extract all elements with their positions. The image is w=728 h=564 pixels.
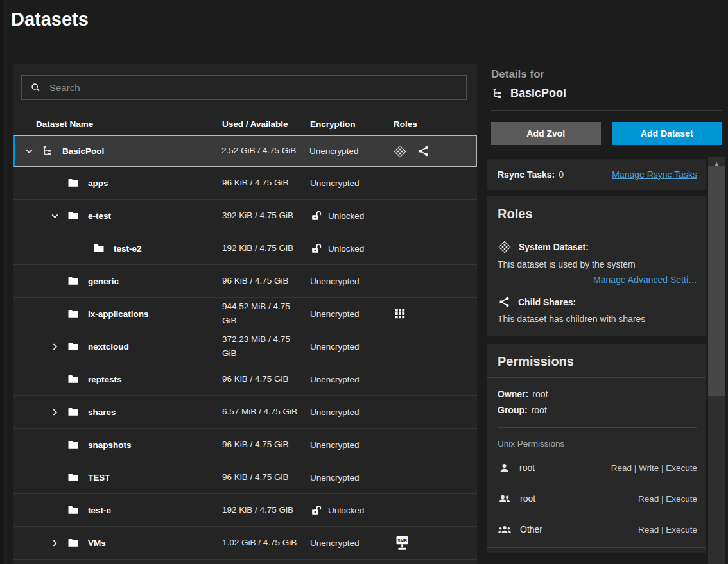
used-available: 96 KiB / 4.75 GiB	[222, 372, 310, 386]
roles-title: Roles	[498, 207, 697, 221]
folder-icon	[67, 373, 82, 386]
used-available: 1.02 GiB / 4.75 GiB	[222, 536, 310, 550]
details-scrollbar[interactable]: ▲	[708, 157, 725, 564]
column-roles: Roles	[394, 119, 467, 129]
encryption-status: Unencrypted	[310, 440, 394, 450]
dataset-name: ix-applications	[88, 309, 149, 319]
share-icon	[417, 144, 430, 158]
dataset-row[interactable]: generic96 KiB / 4.75 GiBUnencrypted	[13, 265, 477, 298]
roles-cell	[394, 307, 467, 320]
dataset-name: apps	[88, 178, 108, 188]
role-item-child-shares: Child Shares:	[498, 295, 697, 309]
dataset-row[interactable]: e-test392 KiB / 4.75 GiBUnlocked	[13, 200, 477, 232]
folder-icon	[67, 406, 82, 418]
folder-icon	[67, 536, 82, 549]
used-available: 96 KiB / 4.75 GiB	[222, 176, 310, 190]
encryption-status: Unencrypted	[310, 407, 394, 417]
folder-icon	[67, 209, 82, 222]
chevron-down-icon[interactable]	[23, 145, 35, 157]
used-available: 944.52 MiB / 4.75 GiB	[222, 300, 310, 329]
roles-divider	[487, 230, 706, 230]
dataset-row[interactable]: nextcloud372.23 MiB / 4.75 GiBUnencrypte…	[13, 330, 477, 363]
encryption-status: Unencrypted	[310, 473, 394, 483]
folder-icon	[67, 504, 82, 517]
used-available: 372.23 MiB / 4.75 GiB	[222, 332, 310, 361]
apps-icon	[394, 307, 406, 320]
dataset-name: reptests	[88, 375, 122, 384]
owner-label: Owner:	[498, 389, 528, 399]
chevron-right-icon[interactable]	[49, 537, 61, 549]
encryption-status: Unlocked	[310, 242, 394, 255]
encryption-status: Unlocked	[310, 209, 394, 223]
dataset-row[interactable]: VMs1.02 GiB / 4.75 GiBUnencryptedSMB	[13, 527, 477, 560]
details-header-divider	[491, 110, 722, 111]
used-available: 392 KiB / 4.75 GiB	[222, 209, 310, 223]
chevron-right-icon[interactable]	[49, 406, 61, 418]
manage-advanced-settings-link[interactable]: Manage Advanced Setti…	[593, 275, 697, 285]
permission-name: root	[519, 463, 535, 473]
roles-cell	[393, 144, 466, 158]
scrollbar-up-arrow[interactable]: ▲	[708, 157, 725, 166]
dataset-name: nextcloud	[88, 342, 129, 352]
dataset-icon	[491, 87, 505, 100]
scrollbar-thumb[interactable]	[708, 166, 725, 396]
chevron-right-icon[interactable]	[49, 341, 61, 353]
manage-rsync-tasks-link[interactable]: Manage Rsync Tasks	[612, 169, 697, 180]
permissions-divider	[487, 377, 706, 378]
add-dataset-button[interactable]: Add Dataset	[612, 122, 722, 145]
owner-row: Owner:root	[498, 389, 697, 399]
dataset-row[interactable]: test-e2192 KiB / 4.75 GiBUnlocked	[13, 232, 477, 265]
dataset-row[interactable]: test-e192 KiB / 4.75 GiBUnlocked	[13, 494, 477, 527]
unix-permission-entry: rootRead | Write | Execute	[498, 452, 697, 483]
unix-permissions-list: rootRead | Write | ExecuterootRead | Exe…	[498, 452, 697, 545]
datasets-page: Datasets Dataset Name Used / Available E…	[0, 0, 728, 564]
people-icon	[498, 491, 512, 506]
details-scroll-area: Rsync Tasks:0 Manage Rsync Tasks Roles S…	[487, 157, 706, 564]
chevron-down-icon[interactable]	[49, 210, 61, 222]
dataset-row[interactable]: apps96 KiB / 4.75 GiBUnencrypted	[13, 167, 477, 200]
dataset-row[interactable]: BasicPool2.52 GiB / 4.75 GiBUnencrypted	[13, 135, 477, 167]
dataset-row[interactable]: reptests96 KiB / 4.75 GiBUnencrypted	[13, 363, 477, 396]
permissions-card: Permissions Owner:root Group:root Unix P…	[487, 344, 706, 553]
column-used-available: Used / Available	[222, 119, 310, 129]
details-eyebrow: Details for	[491, 68, 722, 81]
dataset-name: BasicPool	[62, 146, 104, 156]
used-available: 96 KiB / 4.75 GiB	[222, 274, 310, 288]
table-header-row: Dataset Name Used / Available Encryption…	[13, 112, 477, 135]
dataset-row[interactable]: TEST96 KiB / 4.75 GiBUnencrypted	[13, 461, 477, 494]
used-available: 192 KiB / 4.75 GiB	[222, 503, 310, 517]
used-available: 192 KiB / 4.75 GiB	[222, 241, 310, 255]
role-item-system-dataset: System Dataset:	[498, 240, 697, 254]
folder-icon	[67, 176, 82, 189]
group-value: root	[532, 405, 547, 415]
details-dataset-name-row: BasicPool	[491, 87, 722, 100]
encryption-status: Unencrypted	[310, 277, 394, 286]
folder-icon	[67, 438, 82, 451]
system-dataset-icon	[393, 144, 407, 158]
used-available: 2.52 GiB / 4.75 GiB	[221, 144, 309, 158]
role-description: This dataset is used by the system	[498, 259, 697, 269]
dataset-name: e-test	[88, 211, 111, 221]
folder-icon	[67, 275, 82, 287]
permissions-title: Permissions	[498, 354, 697, 369]
lock-open-icon	[310, 242, 324, 255]
dataset-row[interactable]: snapshots96 KiB / 4.75 GiBUnencrypted	[13, 429, 477, 461]
dataset-name: TEST	[88, 473, 110, 483]
search-input[interactable]	[49, 82, 458, 93]
roles-cell: SMB	[394, 534, 467, 552]
rsync-tasks-card: Rsync Tasks:0 Manage Rsync Tasks	[487, 159, 706, 190]
groups-icon	[498, 522, 512, 536]
add-zvol-button[interactable]: Add Zvol	[491, 122, 601, 145]
permission-name: Other	[520, 524, 542, 534]
dataset-row[interactable]: shares6.57 MiB / 4.75 GiBUnencrypted	[13, 396, 477, 429]
folder-icon	[67, 471, 82, 484]
used-available: 96 KiB / 4.75 GiB	[222, 438, 310, 452]
used-available: 96 KiB / 4.75 GiB	[222, 470, 310, 484]
dataset-name: test-e2	[114, 244, 142, 253]
permission-values: Read | Execute	[638, 525, 697, 534]
encryption-status: Unencrypted	[310, 309, 394, 319]
share-icon	[498, 295, 511, 309]
system-dataset-icon	[498, 240, 512, 254]
dataset-row[interactable]: ix-applications944.52 MiB / 4.75 GiBUnen…	[13, 298, 477, 330]
permissions-bottom-divider	[487, 547, 706, 548]
